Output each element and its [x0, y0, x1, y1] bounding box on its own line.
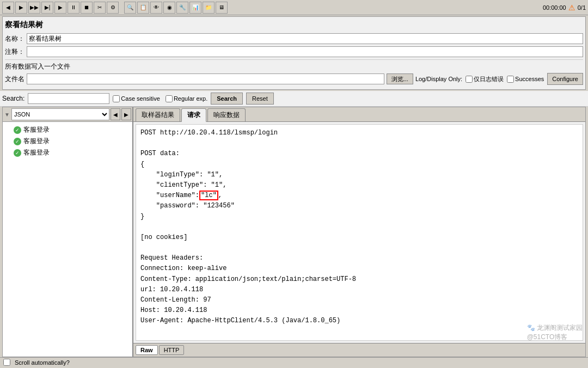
toolbar: ◀ ▶ ▶▶ ▶| ▶ ⏸ ⏹ ✂ ⚙ 🔍 📋 👁 ◉ 🔧 📊 📁 🖥 00:0… [0, 0, 588, 15]
toolbar-btn-14[interactable]: 📊 [189, 2, 201, 14]
content-area: ▼ JSON ◀ ▶ 客服登录 客服登录 客服登录 [2, 107, 586, 357]
case-sensitive-label[interactable]: Case sensitive [113, 95, 160, 102]
toolbar-btn-10[interactable]: 📋 [137, 2, 149, 14]
comment-input[interactable] [27, 46, 583, 57]
file-label: 文件名 [5, 75, 24, 84]
status-icon-3 [14, 149, 21, 157]
tab-sampler-result[interactable]: 取样器结果 [136, 108, 180, 121]
status-bar: Scroll automatically? [0, 357, 588, 367]
tab-request-label: 请求 [187, 111, 200, 119]
field3-pre: "userName": [140, 192, 199, 199]
toolbar-btn-2[interactable]: ▶ [15, 2, 27, 14]
configure-button[interactable]: Configure [547, 73, 583, 85]
toolbar-btn-13[interactable]: 🔧 [176, 2, 188, 14]
browse-button[interactable]: 浏览... [387, 73, 413, 84]
search-options: Case sensitive Regular exp. [113, 95, 207, 102]
regular-exp-text: Regular exp. [174, 95, 207, 102]
tab-response-data-label: 响应数据 [213, 111, 240, 119]
error-only-checkbox[interactable] [465, 76, 473, 83]
file-section: 所有数据写入一个文件 文件名 浏览... Log/Display Only: 仅… [5, 59, 583, 85]
successes-checkbox[interactable] [507, 76, 514, 83]
header5: Host: 10.20.4.118 [140, 306, 207, 314]
tree-list: 客服登录 客服登录 客服登录 [3, 122, 132, 357]
left-panel: ▼ JSON ◀ ▶ 客服登录 客服登录 客服登录 [3, 107, 133, 357]
post-data-open: { [140, 161, 144, 168]
header4: Content-Length: 97 [140, 296, 211, 304]
collapse-arrow[interactable]: ▼ [4, 111, 10, 118]
bottom-tab-http[interactable]: HTTP [159, 345, 185, 355]
toolbar-btn-4[interactable]: ▶| [41, 2, 53, 14]
tree-item-3[interactable]: 客服登录 [5, 147, 130, 158]
post-data-close: } [140, 213, 144, 220]
right-arrow-btn[interactable]: ▶ [121, 108, 131, 120]
toolbar-btn-run[interactable]: ▶ [54, 2, 66, 14]
toolbar-right: 00:00:00 ⚠ 0/1 [543, 3, 586, 12]
status-icon-1 [14, 126, 21, 134]
search-label: Search: [2, 95, 24, 102]
name-input[interactable] [27, 33, 583, 44]
toolbar-btn-6[interactable]: ⏹ [81, 2, 93, 14]
search-input[interactable] [28, 93, 109, 104]
toolbar-btn-11[interactable]: 👁 [150, 2, 162, 14]
successes-checkbox-label[interactable]: Successes [507, 76, 544, 83]
format-select[interactable]: JSON [11, 108, 109, 120]
error-only-label: 仅日志错误 [474, 75, 504, 83]
toolbar-btn-3[interactable]: ▶▶ [28, 2, 40, 14]
right-panel: 取样器结果 请求 响应数据 POST http://10.20.4.118/ls… [133, 107, 585, 357]
tree-item-label-3: 客服登录 [23, 148, 50, 157]
tab-request[interactable]: 请求 [181, 108, 206, 122]
left-panel-header: ▼ JSON ◀ ▶ [3, 107, 132, 122]
field3-highlight: "lc" [199, 191, 218, 200]
post-data-label: POST data: [140, 150, 180, 157]
file-section-title: 所有数据写入一个文件 [5, 62, 583, 71]
response-content: POST http://10.20.4.118/lsmsp/login POST… [136, 124, 583, 341]
case-sensitive-checkbox[interactable] [113, 95, 120, 102]
scroll-checkbox[interactable] [3, 359, 10, 366]
time-display: 00:00:00 [543, 4, 566, 11]
no-cookies: [no cookies] [140, 234, 187, 241]
tree-item-2[interactable]: 客服登录 [5, 136, 130, 147]
field3-post: , [218, 192, 222, 199]
successes-label: Successes [515, 76, 544, 82]
file-input[interactable] [27, 73, 384, 84]
toolbar-btn-16[interactable]: 🖥 [216, 2, 228, 14]
regular-exp-checkbox[interactable] [166, 95, 173, 102]
tabs-row: 取样器结果 请求 响应数据 [133, 107, 585, 122]
search-bar: Search: Case sensitive Regular exp. Sear… [0, 91, 588, 107]
toolbar-btn-7[interactable]: ✂ [94, 2, 106, 14]
header6: User-Agent: Apache-HttpClient/4.5.3 (Jav… [140, 317, 340, 324]
reset-button[interactable]: Reset [246, 93, 274, 105]
status-icon-2 [14, 138, 21, 145]
error-only-checkbox-label[interactable]: 仅日志错误 [465, 75, 504, 83]
toolbar-btn-12[interactable]: ◉ [163, 2, 175, 14]
header3: url: 10.20.4.118 [140, 286, 203, 293]
toolbar-btn-5[interactable]: ⏸ [68, 2, 79, 14]
comment-row: 注释： [5, 46, 583, 57]
toolbar-btn-9[interactable]: 🔍 [124, 2, 136, 14]
request-headers-label: Request Headers: [140, 254, 203, 262]
field1: "loginType": "1", [140, 171, 223, 179]
file-row: 文件名 浏览... Log/Display Only: 仅日志错误 Succes… [5, 73, 583, 85]
toolbar-btn-8[interactable]: ⚙ [107, 2, 119, 14]
log-options: Log/Display Only: 仅日志错误 Successes Config… [415, 73, 583, 85]
log-display-label: Log/Display Only: [415, 76, 462, 82]
tree-item-1[interactable]: 客服登录 [5, 124, 130, 136]
url-line: POST http://10.20.4.118/lsmsp/login [140, 129, 278, 137]
header2: Content-Type: application/json;text/plai… [140, 275, 356, 283]
count-display: 0/1 [578, 4, 586, 11]
main-panel: 察看结果树 名称： 注释： 所有数据写入一个文件 文件名 浏览... Log/D… [2, 16, 586, 90]
search-button[interactable]: Search [211, 93, 243, 105]
tab-response-data[interactable]: 响应数据 [207, 108, 246, 121]
toolbar-btn-1[interactable]: ◀ [2, 2, 14, 14]
comment-label: 注释： [5, 47, 24, 57]
left-arrow-btn[interactable]: ◀ [111, 108, 120, 120]
regular-exp-label[interactable]: Regular exp. [166, 95, 207, 102]
warning-icon: ⚠ [568, 3, 575, 12]
name-label: 名称： [5, 34, 24, 44]
tab-sampler-result-label: 取样器结果 [142, 111, 174, 119]
field2: "clientType": "1", [140, 181, 226, 189]
bottom-tab-raw[interactable]: Raw [136, 345, 158, 355]
name-row: 名称： [5, 33, 583, 44]
panel-title: 察看结果树 [5, 19, 583, 31]
toolbar-btn-15[interactable]: 📁 [203, 2, 215, 14]
